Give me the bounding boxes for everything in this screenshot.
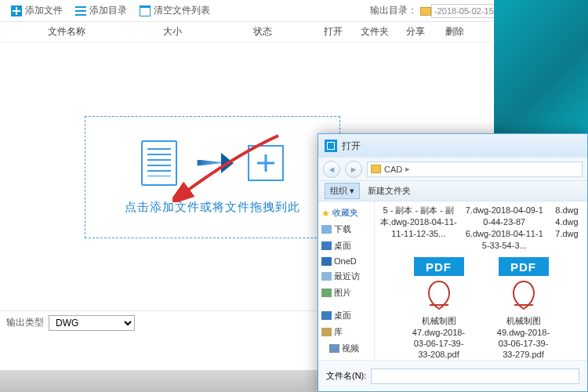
filename-label: 文件名(N): [326, 370, 366, 382]
location-text: CAD [384, 165, 402, 174]
document-icon [141, 140, 177, 186]
add-dir-label: 添加目录 [89, 4, 127, 17]
arrow-right-icon [191, 157, 234, 169]
sidebar-downloads[interactable]: 下载 [320, 221, 372, 238]
list-icon [75, 5, 86, 16]
dialog-title: 打开 [342, 140, 361, 153]
chevron-right-icon: ► [350, 165, 358, 174]
pdf-badge-icon: PDF [414, 257, 464, 276]
file-item[interactable]: 8.dwg 4.dwg 7.dwg [551, 205, 583, 251]
col-size: 大小 [133, 25, 212, 38]
desktop-icon [321, 311, 332, 320]
dialog-bottom: 文件名(N): [318, 360, 587, 391]
sidebar-favorites[interactable]: ★收藏夹 [320, 205, 372, 221]
file-item[interactable]: 7.dwg-2018-04-09-10-44-23-87 6.dwg-2018-… [466, 205, 544, 251]
video-icon [329, 344, 339, 353]
nav-forward-button[interactable]: ► [345, 161, 362, 178]
col-share: 分享 [396, 25, 435, 38]
dialog-toolbar: 组织 ▾ 新建文件夹 [318, 181, 587, 201]
output-type-select[interactable]: DWG [49, 315, 135, 331]
dialog-file-pane: 5 - 副本 - 副本 - 副本.dwg-2018-04-11-11-11-12… [375, 201, 587, 360]
organize-button[interactable]: 组织 ▾ [325, 183, 360, 199]
pictures-icon [321, 289, 332, 297]
plus-icon [11, 5, 22, 16]
folder-icon [420, 7, 431, 16]
path-sep-icon: ▸ [405, 164, 410, 174]
output-dir-label: 输出目录： [370, 4, 417, 17]
add-dir-button[interactable]: 添加目录 [69, 0, 133, 21]
drop-zone[interactable]: 点击添加文件或将文件拖拽到此 [85, 116, 340, 238]
file-item[interactable]: 5 - 副本 - 副本 - 副本.dwg-2018-04-11-11-11-12… [379, 205, 458, 251]
clear-list-label: 清空文件列表 [154, 4, 210, 17]
sidebar-recent[interactable]: 最近访 [320, 268, 372, 285]
file-caption: 机械制图 47.dwg-2018-03-06-17-39-33-208.pdf [408, 315, 470, 360]
star-icon: ★ [321, 208, 330, 219]
sidebar-desktop[interactable]: 桌面 [320, 238, 372, 254]
recent-icon [321, 272, 332, 281]
drop-zone-icons [141, 140, 284, 186]
sidebar-libraries[interactable]: 库 [320, 324, 372, 340]
add-file-button[interactable]: 添加文件 [5, 0, 69, 21]
col-state: 状态 [212, 25, 314, 38]
col-name: 文件名称 [0, 25, 133, 38]
add-file-label: 添加文件 [25, 4, 63, 17]
col-folder: 文件夹 [353, 25, 396, 38]
pdf-icon [417, 278, 460, 312]
pdf-icon [502, 278, 545, 312]
chevron-left-icon: ◄ [328, 165, 336, 174]
desktop-wallpaper [494, 0, 588, 133]
folder-icon [321, 225, 332, 234]
sidebar-desktop2[interactable]: 桌面 [320, 307, 372, 324]
drop-zone-text: 点击添加文件或将文件拖拽到此 [125, 200, 300, 215]
dialog-titlebar: 打开 [318, 134, 587, 158]
pdf-badge-icon: PDF [499, 257, 549, 276]
cloud-icon [321, 257, 332, 266]
col-delete: 删除 [435, 25, 474, 38]
output-type-label: 输出类型 [6, 316, 44, 329]
file-item-pdf[interactable]: PDF 机械制图 49.dwg-2018-03-06-17-39-33-279.… [493, 257, 554, 360]
library-icon [321, 328, 332, 336]
desktop-icon [321, 241, 332, 250]
app-icon [325, 140, 337, 152]
dialog-nav: ◄ ► CAD ▸ [318, 158, 587, 181]
sidebar-videos[interactable]: 视频 [320, 340, 372, 357]
filename-input[interactable] [371, 368, 579, 384]
sidebar-pictures[interactable]: 图片 [320, 285, 372, 301]
location-bar[interactable]: CAD ▸ [367, 162, 583, 177]
trash-icon [140, 5, 151, 16]
clear-list-button[interactable]: 清空文件列表 [133, 0, 216, 21]
col-open: 打开 [314, 25, 353, 38]
file-caption: 机械制图 49.dwg-2018-03-06-17-39-33-279.pdf [493, 315, 554, 360]
open-dialog: 打开 ◄ ► CAD ▸ 组织 ▾ 新建文件夹 ★收藏夹 下载 桌面 OneD … [318, 133, 588, 392]
file-item-pdf[interactable]: PDF 机械制图 47.dwg-2018-03-06-17-39-33-208.… [408, 257, 470, 360]
dialog-sidebar: ★收藏夹 下载 桌面 OneD 最近访 图片 桌面 库 视频 [318, 201, 375, 360]
folder-icon [371, 165, 381, 173]
plus-box-icon [248, 145, 284, 181]
nav-back-button[interactable]: ◄ [323, 161, 340, 178]
sidebar-onedrive[interactable]: OneD [320, 254, 372, 268]
chevron-down-icon: ▾ [350, 186, 354, 195]
new-folder-button[interactable]: 新建文件夹 [363, 183, 416, 198]
